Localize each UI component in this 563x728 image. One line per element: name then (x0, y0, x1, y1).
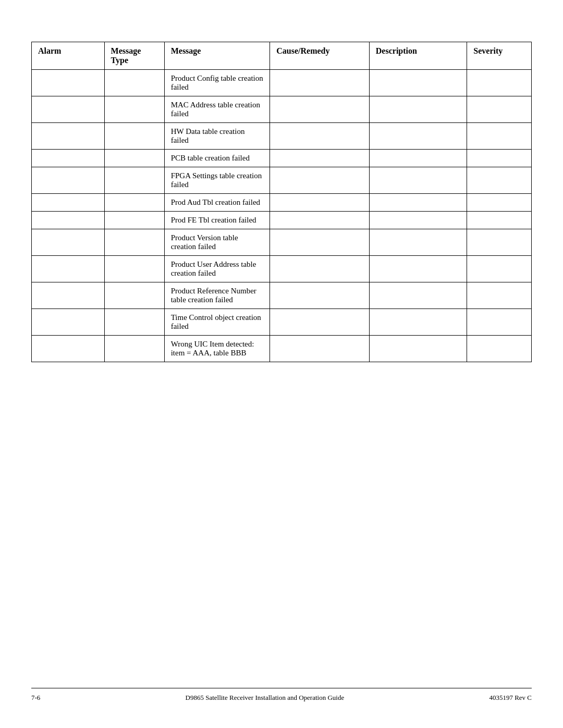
cell-severity (467, 123, 532, 150)
table-row: Time Control object creation failed (32, 309, 532, 336)
cell-message-type (104, 150, 164, 167)
cell-alarm (32, 150, 105, 167)
cell-cause (270, 229, 370, 256)
cell-message: FPGA Settings table creation failed (164, 167, 270, 194)
table-row: Wrong UIC Item detected: item = AAA, tab… (32, 336, 532, 362)
header-message: Message (164, 42, 270, 70)
cell-message: Time Control object creation failed (164, 309, 270, 336)
cell-message: Prod Aud Tbl creation failed (164, 194, 270, 212)
cell-severity (467, 194, 532, 212)
cell-description (369, 336, 467, 362)
cell-cause (270, 96, 370, 123)
table-row: Product Config table creation failed (32, 70, 532, 96)
cell-alarm (32, 96, 105, 123)
cell-description (369, 150, 467, 167)
cell-description (369, 194, 467, 212)
footer: 7-6 D9865 Satellite Receiver Installatio… (31, 688, 532, 702)
cell-severity (467, 309, 532, 336)
cell-message-type (104, 167, 164, 194)
table-row: HW Data table creation failed (32, 123, 532, 150)
cell-alarm (32, 282, 105, 309)
cell-alarm (32, 123, 105, 150)
header-description: Description (369, 42, 467, 70)
cell-message-type (104, 194, 164, 212)
cell-description (369, 167, 467, 194)
cell-message-type (104, 123, 164, 150)
cell-severity (467, 150, 532, 167)
cell-severity (467, 167, 532, 194)
cell-alarm (32, 212, 105, 229)
cell-alarm (32, 229, 105, 256)
cell-description (369, 256, 467, 282)
table-row: Product Version table creation failed (32, 229, 532, 256)
cell-description (369, 282, 467, 309)
cell-description (369, 96, 467, 123)
cell-alarm (32, 167, 105, 194)
cell-message-type (104, 229, 164, 256)
cell-alarm (32, 309, 105, 336)
cell-message: Product Version table creation failed (164, 229, 270, 256)
cell-message: Product Reference Number table creation … (164, 282, 270, 309)
cell-message: PCB table creation failed (164, 150, 270, 167)
cell-cause (270, 336, 370, 362)
table-row: Prod Aud Tbl creation failed (32, 194, 532, 212)
cell-alarm (32, 256, 105, 282)
cell-message-type (104, 336, 164, 362)
cell-cause (270, 194, 370, 212)
main-table: Alarm Message Type Message Cause/Remedy … (31, 42, 532, 362)
cell-message: Product User Address table creation fail… (164, 256, 270, 282)
cell-alarm (32, 336, 105, 362)
cell-severity (467, 96, 532, 123)
cell-description (369, 309, 467, 336)
cell-severity (467, 212, 532, 229)
table-row: Product Reference Number table creation … (32, 282, 532, 309)
cell-severity (467, 336, 532, 362)
cell-message-type (104, 212, 164, 229)
cell-alarm (32, 70, 105, 96)
table-header-row: Alarm Message Type Message Cause/Remedy … (32, 42, 532, 70)
footer-page-number: 7-6 (31, 694, 40, 702)
page-container: Alarm Message Type Message Cause/Remedy … (0, 0, 563, 728)
cell-severity (467, 282, 532, 309)
table-row: Prod FE Tbl creation failed (32, 212, 532, 229)
footer-center-text: D9865 Satellite Receiver Installation an… (186, 694, 345, 702)
cell-description (369, 212, 467, 229)
cell-message-type (104, 282, 164, 309)
table-row: MAC Address table creation failed (32, 96, 532, 123)
cell-message: Prod FE Tbl creation failed (164, 212, 270, 229)
cell-message-type (104, 309, 164, 336)
cell-cause (270, 282, 370, 309)
cell-message: Wrong UIC Item detected: item = AAA, tab… (164, 336, 270, 362)
cell-message: MAC Address table creation failed (164, 96, 270, 123)
table-wrapper: Alarm Message Type Message Cause/Remedy … (31, 42, 532, 362)
cell-cause (270, 309, 370, 336)
cell-severity (467, 256, 532, 282)
table-row: Product User Address table creation fail… (32, 256, 532, 282)
table-body: Product Config table creation failedMAC … (32, 70, 532, 362)
cell-message-type (104, 70, 164, 96)
cell-cause (270, 70, 370, 96)
cell-description (369, 70, 467, 96)
footer-right-text: 4035197 Rev C (489, 694, 532, 702)
cell-cause (270, 256, 370, 282)
header-alarm: Alarm (32, 42, 105, 70)
cell-alarm (32, 194, 105, 212)
table-row: PCB table creation failed (32, 150, 532, 167)
cell-message: Product Config table creation failed (164, 70, 270, 96)
cell-message: HW Data table creation failed (164, 123, 270, 150)
cell-description (369, 123, 467, 150)
header-message-type: Message Type (104, 42, 164, 70)
cell-severity (467, 70, 532, 96)
cell-cause (270, 123, 370, 150)
cell-severity (467, 229, 532, 256)
cell-message-type (104, 96, 164, 123)
cell-description (369, 229, 467, 256)
cell-cause (270, 167, 370, 194)
cell-message-type (104, 256, 164, 282)
cell-cause (270, 150, 370, 167)
header-cause-remedy: Cause/Remedy (270, 42, 370, 70)
header-severity: Severity (467, 42, 532, 70)
table-row: FPGA Settings table creation failed (32, 167, 532, 194)
cell-cause (270, 212, 370, 229)
